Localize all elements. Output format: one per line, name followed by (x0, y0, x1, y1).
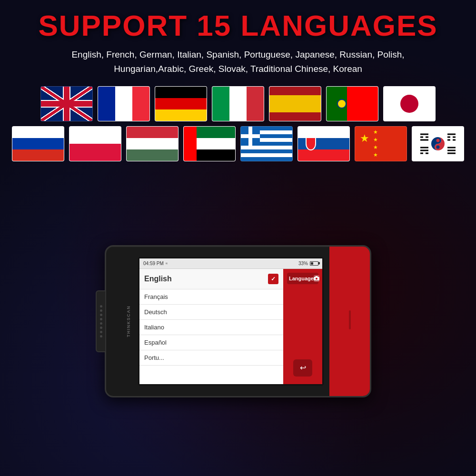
flag-fr-blue (98, 87, 115, 121)
flag-sk-emblem (306, 137, 316, 150)
lang-item-spanish[interactable]: Español (139, 335, 283, 350)
wifi-icon: ≈ (166, 261, 168, 266)
device-panel-right (329, 247, 370, 396)
languages-subtitle: English, French, German, Italian, Spanis… (43, 48, 433, 76)
flag-ae (183, 126, 236, 161)
time-label: 04:59 PM (143, 261, 164, 266)
lang-item-french[interactable]: Français (139, 289, 283, 305)
flag-ae-red (184, 127, 197, 161)
flag-cn-stars-small: ★ ★ ★ ★ (373, 129, 378, 158)
flag-cn-star-large: ★ (360, 132, 369, 145)
camera-icon (314, 275, 319, 282)
lang-item-german[interactable]: Deutsch (139, 305, 283, 320)
flag-ru (12, 126, 64, 161)
brand-label: THINKSCAN (126, 305, 131, 337)
grip-dot-1 (100, 305, 102, 307)
flag-sk-white (298, 127, 349, 138)
main-container: SUPPORT 15 LANGUAGES English, French, Ge… (0, 0, 476, 476)
svg-point-19 (436, 146, 440, 149)
flag-de-red (155, 98, 207, 109)
flag-ru-blue (12, 138, 64, 149)
grip-dot-8 (100, 335, 102, 337)
grip-dot-4 (100, 318, 102, 320)
flag-cn: ★ ★ ★ ★ ★ (355, 126, 407, 161)
svg-marker-21 (315, 276, 318, 277)
flag-gr-cross (241, 127, 260, 146)
flag-jp-circle (400, 95, 418, 113)
flag-fr-white (115, 87, 132, 121)
flag-it-white (229, 87, 247, 121)
flag-pt-emblem (337, 99, 347, 109)
battery-percent: 33% (298, 261, 308, 266)
flag-pt (326, 86, 378, 121)
language-list[interactable]: English ✓ Français Deutsch Italiano (139, 269, 283, 384)
status-bar: 04:59 PM ≈ 33% (139, 258, 322, 269)
svg-point-22 (316, 278, 317, 280)
flag-de (155, 86, 207, 121)
flag-ae-black (197, 149, 235, 161)
language-panel-header: Language (287, 273, 318, 284)
flag-es (269, 86, 321, 121)
flag-uk (40, 86, 93, 121)
flag-de-black (155, 87, 207, 98)
checkmark-icon: ✓ (268, 274, 278, 284)
flags-section: ★ ★ ★ ★ ★ (12, 86, 464, 161)
lang-item-english[interactable]: English ✓ (139, 269, 283, 289)
flag-de-gold (155, 109, 207, 121)
page-title: SUPPORT 15 LANGUAGES (38, 10, 437, 42)
flags-row-1 (40, 86, 436, 121)
device-grip-left (96, 290, 106, 352)
flag-kr (412, 126, 464, 161)
grip-dot-2 (100, 309, 102, 312)
flag-hu-red (127, 127, 178, 138)
flag-jp (383, 86, 436, 121)
screen-right-panel: Language ↩ (283, 269, 322, 384)
panel-accent-bar (349, 310, 351, 329)
battery-icon (310, 261, 318, 266)
flag-ae-green (197, 127, 235, 138)
flag-fr-red (132, 87, 149, 121)
grip-dot-7 (100, 331, 102, 333)
flag-es-yellow (269, 95, 321, 112)
flag-hu-green (127, 149, 178, 161)
grip-dot-6 (100, 327, 102, 329)
flag-gr (240, 126, 293, 161)
flag-kr-svg (416, 129, 459, 158)
flag-sk-red (298, 149, 349, 161)
svg-point-18 (436, 139, 440, 142)
status-bar-left: 04:59 PM ≈ (143, 261, 168, 266)
battery-fill (311, 262, 313, 265)
flags-row-2: ★ ★ ★ ★ ★ (12, 126, 464, 161)
flag-hu-white (127, 138, 178, 149)
flag-it-red (247, 87, 264, 121)
flag-es-red-top (269, 87, 321, 95)
device-section: THINKSCAN 04:59 PM ≈ 33% (0, 171, 476, 476)
flag-ae-stripes (197, 127, 235, 161)
flag-es-red-bot (269, 112, 321, 121)
flag-pl-white (69, 127, 121, 144)
device-screen: 04:59 PM ≈ 33% English (138, 257, 324, 386)
flag-pl-red (69, 144, 121, 161)
flag-it-green (212, 87, 229, 121)
flag-fr (98, 86, 150, 121)
flag-hu (126, 126, 178, 161)
language-panel-label: Language (289, 276, 314, 281)
flag-ru-red (12, 149, 64, 161)
back-button[interactable]: ↩ (293, 359, 312, 377)
screen-body: English ✓ Français Deutsch Italiano (139, 269, 322, 384)
grip-dot-3 (100, 314, 102, 316)
flag-ru-white (12, 127, 64, 138)
device-body: THINKSCAN 04:59 PM ≈ 33% (105, 245, 371, 397)
flag-pl (69, 126, 121, 161)
lang-item-portuguese[interactable]: Portu... (139, 350, 283, 366)
status-bar-right: 33% (298, 261, 318, 266)
grip-dot-5 (100, 322, 102, 325)
flag-pt-red (347, 87, 378, 121)
lang-item-italian[interactable]: Italiano (139, 320, 283, 335)
flag-sk (298, 126, 350, 161)
flag-it (212, 86, 264, 121)
flag-ae-white (197, 138, 235, 149)
